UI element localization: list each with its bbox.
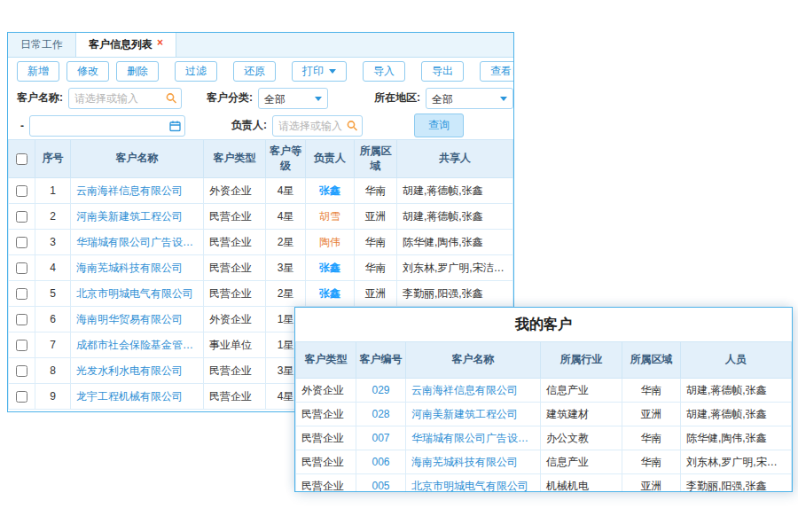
query-button[interactable]: 查询 <box>414 113 464 137</box>
filter-row-1: 客户名称: 客户分类: 全部 所在地区: 全部 <box>8 84 513 112</box>
region-label: 所在地区: <box>374 90 420 106</box>
customer-code-link[interactable]: 028 <box>356 403 406 426</box>
search-icon[interactable] <box>347 120 358 131</box>
toolbar: 新增 修改 删除 过滤 还原 打印 导入 导出 查看日志 <box>8 58 513 84</box>
col-header-region: 所属区域 <box>622 342 681 379</box>
customer-code-link[interactable]: 006 <box>356 450 406 474</box>
customer-name-link[interactable]: 龙宇工程机械有限公司 <box>71 384 204 410</box>
customer-name-link[interactable]: 河南美新建筑工程公司 <box>406 403 541 426</box>
my-customers-title: 我的客户 <box>295 308 792 341</box>
select-all-cell <box>9 140 35 178</box>
col-header-level: 客户等级 <box>266 140 306 178</box>
tab-customer-list[interactable]: 客户信息列表× <box>75 33 176 57</box>
category-select[interactable]: 全部 <box>258 88 328 109</box>
customer-name-link[interactable]: 北京市明城电气有限公司 <box>71 281 204 307</box>
edit-button[interactable]: 修改 <box>66 61 109 82</box>
category-value: 全部 <box>264 93 286 106</box>
row-checkbox[interactable] <box>16 288 27 300</box>
search-icon[interactable] <box>166 92 177 104</box>
table-row[interactable]: 1 云南海祥信息有限公司 外资企业 4星 张鑫 华南 胡建,蒋德帧,张鑫 <box>9 178 513 204</box>
row-checkbox[interactable] <box>16 365 27 377</box>
col-header-shared: 共享人 <box>397 140 513 178</box>
tab-label: 客户信息列表 <box>89 38 153 51</box>
chevron-down-icon <box>315 97 322 101</box>
customer-name-link[interactable]: 海南明华贸易有限公司 <box>71 307 204 332</box>
row-checkbox[interactable] <box>16 211 27 223</box>
import-button[interactable]: 导入 <box>363 61 405 82</box>
export-button[interactable]: 导出 <box>421 61 464 82</box>
table-row[interactable]: 民营企业 007 华瑞城有限公司广告设计部 办公文教 华南 陈华健,陶伟,张鑫 <box>296 426 792 450</box>
owner-link[interactable]: 张鑫 <box>306 178 355 204</box>
row-checkbox[interactable] <box>16 237 27 248</box>
row-checkbox[interactable] <box>16 185 27 197</box>
print-button-label: 打印 <box>302 66 324 77</box>
customer-code-link[interactable]: 029 <box>356 379 406 403</box>
view-log-button[interactable]: 查看日志 <box>480 61 514 82</box>
col-header-name: 客户名称 <box>71 140 204 178</box>
col-header-code: 客户编号 <box>356 342 406 379</box>
row-checkbox[interactable] <box>16 340 27 351</box>
col-header-no: 序号 <box>35 140 71 178</box>
row-checkbox[interactable] <box>16 391 27 403</box>
filter-button[interactable]: 过滤 <box>175 61 217 82</box>
table-row[interactable]: 5 北京市明城电气有限公司 民营企业 2星 张鑫 亚洲 李勤丽,阳强,张鑫 <box>9 281 513 307</box>
customer-name-link[interactable]: 光发水利水电有限公司 <box>71 358 204 384</box>
my-customers-window: 我的客户 客户类型 客户编号 客户名称 所属行业 所属区域 人员 外资企业 02… <box>294 307 793 492</box>
select-all-checkbox[interactable] <box>16 153 27 165</box>
customer-name-link[interactable]: 海南芜城科技有限公司 <box>406 450 541 474</box>
table-row[interactable]: 民营企业 006 海南芜城科技有限公司 信息产业 华南 刘东林,罗广明,宋洁然.… <box>296 450 792 474</box>
customer-name-link[interactable]: 海南芜城科技有限公司 <box>71 255 204 281</box>
delete-button[interactable]: 删除 <box>116 61 159 82</box>
category-label: 客户分类: <box>207 90 253 106</box>
customer-name-label: 客户名称: <box>17 90 63 106</box>
tab-bar: 日常工作 客户信息列表× <box>8 33 513 58</box>
table-header-row: 客户类型 客户编号 客户名称 所属行业 所属区域 人员 <box>296 342 792 379</box>
tab-close-icon[interactable]: × <box>157 36 163 49</box>
chevron-down-icon <box>329 69 336 74</box>
table-row[interactable]: 民营企业 005 北京市明城电气有限公司 机械机电 亚洲 李勤丽,阳强,张鑫 <box>296 474 792 493</box>
customer-name-link[interactable]: 云南海祥信息有限公司 <box>71 178 204 204</box>
restore-button[interactable]: 还原 <box>233 61 276 82</box>
table-row[interactable]: 4 海南芜城科技有限公司 民营企业 3星 张鑫 华南 刘东林,罗广明,宋洁然,张… <box>9 255 513 281</box>
customer-name-input[interactable] <box>68 88 182 109</box>
customer-name-link[interactable]: 华瑞城有限公司广告设计部 <box>406 426 541 450</box>
filter-row-2: - 负责人: 查询 <box>8 112 513 139</box>
col-header-owner: 负责人 <box>306 140 355 178</box>
col-header-type: 客户类型 <box>204 140 266 178</box>
col-header-staff: 人员 <box>681 342 792 379</box>
row-checkbox[interactable] <box>16 262 27 274</box>
customer-name-link[interactable]: 河南美新建筑工程公司 <box>71 204 204 230</box>
owner-link[interactable]: 张鑫 <box>306 255 355 281</box>
tab-label: 日常工作 <box>20 38 63 51</box>
owner-link[interactable]: 胡雪 <box>306 204 355 230</box>
owner-link[interactable]: 陶伟 <box>306 230 355 255</box>
customer-code-link[interactable]: 005 <box>356 474 406 493</box>
chevron-down-icon <box>500 97 507 101</box>
table-row[interactable]: 外资企业 029 云南海祥信息有限公司 信息产业 华南 胡建,蒋德帧,张鑫 <box>296 379 792 403</box>
region-select[interactable]: 全部 <box>426 88 513 109</box>
customer-name-link[interactable]: 成都市社会保险基金管理... <box>71 332 204 358</box>
row-checkbox[interactable] <box>16 314 27 325</box>
table-row[interactable]: 3 华瑞城有限公司广告设计部 民营企业 2星 陶伟 华南 陈华健,陶伟,张鑫 <box>9 230 513 255</box>
col-header-type: 客户类型 <box>296 342 356 379</box>
calendar-icon[interactable] <box>169 120 181 131</box>
customer-name-link[interactable]: 华瑞城有限公司广告设计部 <box>71 230 204 255</box>
table-row[interactable]: 民营企业 028 河南美新建筑工程公司 建筑建材 亚洲 胡建,蒋德帧,张鑫 <box>296 403 792 426</box>
col-header-name: 客户名称 <box>406 342 541 379</box>
owner-link[interactable]: 张鑫 <box>306 281 355 307</box>
print-button[interactable]: 打印 <box>292 61 347 82</box>
customer-name-link[interactable]: 北京市明城电气有限公司 <box>406 474 541 493</box>
table-row[interactable]: 2 河南美新建筑工程公司 民营企业 4星 胡雪 亚洲 胡建,蒋德帧,张鑫 <box>9 204 513 230</box>
my-customers-table: 客户类型 客户编号 客户名称 所属行业 所属区域 人员 外资企业 029 云南海… <box>295 341 792 492</box>
customer-code-link[interactable]: 007 <box>356 426 406 450</box>
date-range-dash: - <box>20 120 24 132</box>
table-header-row: 序号 客户名称 客户类型 客户等级 负责人 所属区域 共享人 <box>9 140 513 178</box>
owner-label: 负责人: <box>231 118 267 133</box>
col-header-region: 所属区域 <box>355 140 397 178</box>
add-button[interactable]: 新增 <box>17 61 59 82</box>
region-value: 全部 <box>432 93 453 106</box>
col-header-industry: 所属行业 <box>541 342 622 379</box>
tab-daily-work[interactable]: 日常工作 <box>8 33 75 57</box>
customer-name-link[interactable]: 云南海祥信息有限公司 <box>406 379 541 403</box>
date-input[interactable] <box>29 115 185 137</box>
